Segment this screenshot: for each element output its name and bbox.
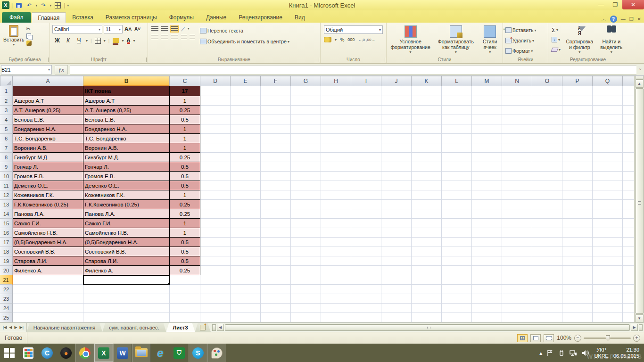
sheet-tab-лист3[interactable]: Лист3 xyxy=(166,323,195,332)
cell-M3[interactable] xyxy=(472,106,502,115)
cell-fill-11[interactable] xyxy=(623,181,634,190)
cell-O14[interactable] xyxy=(532,209,562,219)
cell-K3[interactable] xyxy=(412,106,442,115)
active-cell-selection[interactable] xyxy=(83,275,170,285)
cell-E19[interactable] xyxy=(231,256,261,266)
cell-P9[interactable] xyxy=(562,162,593,172)
expand-formula-bar-icon[interactable]: ˅ xyxy=(636,67,644,72)
underline-dropdown-icon[interactable]: ▾ xyxy=(86,39,88,43)
row-header-16[interactable]: 16 xyxy=(0,228,13,238)
cell-J3[interactable] xyxy=(381,106,412,115)
cell-H18[interactable] xyxy=(321,247,351,256)
redo-button[interactable]: ↷ xyxy=(39,1,48,9)
cell-P6[interactable] xyxy=(562,134,593,143)
cell-H6[interactable] xyxy=(321,134,351,143)
cell-K25[interactable] xyxy=(412,313,442,322)
cell-H3[interactable] xyxy=(321,106,351,115)
cell-H4[interactable] xyxy=(321,115,351,124)
cell-N4[interactable] xyxy=(502,115,532,124)
row-header-22[interactable]: 22 xyxy=(0,285,13,294)
bold-button[interactable]: Ж xyxy=(53,37,61,45)
cell-D16[interactable] xyxy=(200,228,231,238)
cell-B22[interactable] xyxy=(83,285,170,294)
row-header-18[interactable]: 18 xyxy=(0,247,13,256)
decimal-buttons[interactable]: ←,0 ,00→ xyxy=(358,38,375,42)
cell-O6[interactable] xyxy=(532,134,562,143)
cell-M20[interactable] xyxy=(472,266,502,275)
cell-J12[interactable] xyxy=(381,190,412,200)
cell-M9[interactable] xyxy=(472,162,502,172)
cell-I16[interactable] xyxy=(351,228,381,238)
cell-M13[interactable] xyxy=(472,200,502,209)
cell-L2[interactable] xyxy=(442,96,472,106)
cell-I1[interactable] xyxy=(351,86,381,96)
cell-H8[interactable] xyxy=(321,153,351,162)
column-header-N[interactable]: N xyxy=(502,76,532,86)
cell-G7[interactable] xyxy=(291,143,321,153)
column-header-G[interactable]: G xyxy=(291,76,321,86)
paste-button[interactable]: Вставить▾ xyxy=(1,24,26,48)
zoom-level-label[interactable]: 100% xyxy=(557,335,571,341)
cell-K17[interactable] xyxy=(412,238,442,247)
cell-I10[interactable] xyxy=(351,172,381,181)
cell-D12[interactable] xyxy=(200,190,231,200)
cell-I4[interactable] xyxy=(351,115,381,124)
cell-J15[interactable] xyxy=(381,219,412,228)
cell-Q24[interactable] xyxy=(593,304,623,313)
cell-N3[interactable] xyxy=(502,106,532,115)
cell-F12[interactable] xyxy=(261,190,291,200)
cell-P12[interactable] xyxy=(562,190,593,200)
cell-C2[interactable]: 1 xyxy=(170,96,200,106)
cell-O3[interactable] xyxy=(532,106,562,115)
cell-I3[interactable] xyxy=(351,106,381,115)
taskbar-icon-explorer[interactable] xyxy=(132,344,151,362)
cell-L23[interactable] xyxy=(442,294,472,304)
tab-вид[interactable]: Вид xyxy=(289,12,311,23)
cell-E10[interactable] xyxy=(231,172,261,181)
column-header-F[interactable]: F xyxy=(261,76,291,86)
cell-G14[interactable] xyxy=(291,209,321,219)
cell-M18[interactable] xyxy=(472,247,502,256)
cell-N21[interactable] xyxy=(502,275,532,285)
row-header-14[interactable]: 14 xyxy=(0,209,13,219)
cell-H24[interactable] xyxy=(321,304,351,313)
cell-M2[interactable] xyxy=(472,96,502,106)
cell-D22[interactable] xyxy=(200,285,231,294)
insert-cells-button[interactable]: Вставить▾ xyxy=(505,26,545,34)
column-header-B[interactable]: B xyxy=(83,76,170,86)
tab-данные[interactable]: Данные xyxy=(200,12,232,23)
undo-dropdown-icon[interactable]: ▾ xyxy=(35,3,37,8)
cell-I2[interactable] xyxy=(351,96,381,106)
column-header-J[interactable]: J xyxy=(381,76,412,86)
cell-D18[interactable] xyxy=(200,247,231,256)
cell-N25[interactable] xyxy=(502,313,532,322)
taskbar-icon-store[interactable] xyxy=(170,344,189,362)
cell-G10[interactable] xyxy=(291,172,321,181)
cell-I18[interactable] xyxy=(351,247,381,256)
cell-A11[interactable]: Деменко О.Е. xyxy=(13,181,83,190)
cell-C16[interactable]: 1 xyxy=(170,228,200,238)
cell-P10[interactable] xyxy=(562,172,593,181)
cell-H15[interactable] xyxy=(321,219,351,228)
cell-A1[interactable] xyxy=(13,86,83,96)
cell-M6[interactable] xyxy=(472,134,502,143)
cell-I7[interactable] xyxy=(351,143,381,153)
cell-Q22[interactable] xyxy=(593,285,623,294)
cell-Q5[interactable] xyxy=(593,124,623,134)
cell-G3[interactable] xyxy=(291,106,321,115)
cell-A16[interactable]: Самойленко Н.В. xyxy=(13,228,83,238)
cell-L10[interactable] xyxy=(442,172,472,181)
cell-F14[interactable] xyxy=(261,209,291,219)
cell-K24[interactable] xyxy=(412,304,442,313)
cell-F8[interactable] xyxy=(261,153,291,162)
cell-H17[interactable] xyxy=(321,238,351,247)
cell-A12[interactable]: Кожевников Г.К. xyxy=(13,190,83,200)
align-left-button[interactable] xyxy=(151,35,158,40)
cell-M7[interactable] xyxy=(472,143,502,153)
cell-G18[interactable] xyxy=(291,247,321,256)
cell-K8[interactable] xyxy=(412,153,442,162)
collapse-ribbon-icon[interactable]: ︿ xyxy=(602,16,606,23)
cell-K6[interactable] xyxy=(412,134,442,143)
column-header-I[interactable]: I xyxy=(351,76,381,86)
cell-fill-8[interactable] xyxy=(623,153,634,162)
